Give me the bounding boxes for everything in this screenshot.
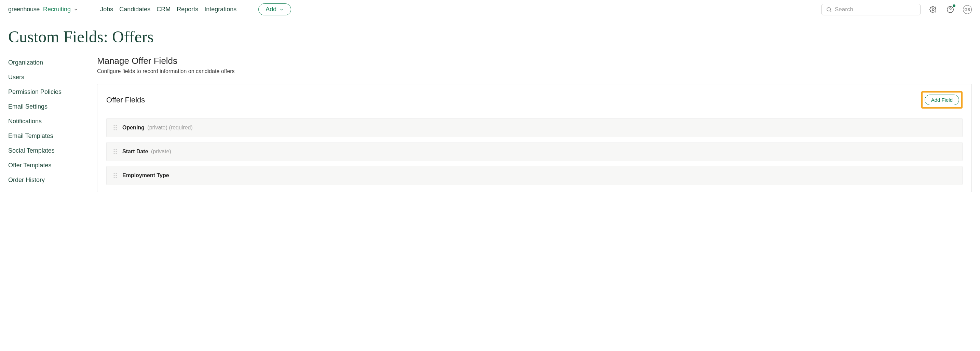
field-name: Start Date bbox=[123, 149, 148, 154]
svg-point-17 bbox=[114, 173, 115, 174]
section-title: Manage Offer Fields bbox=[97, 56, 972, 66]
search-icon bbox=[826, 6, 832, 13]
nav-crm[interactable]: CRM bbox=[156, 6, 170, 13]
add-field-button[interactable]: Add Field bbox=[924, 95, 959, 105]
svg-point-19 bbox=[114, 175, 115, 176]
svg-line-1 bbox=[830, 11, 831, 12]
drag-handle-icon[interactable] bbox=[113, 149, 117, 154]
chevron-down-icon bbox=[279, 7, 284, 12]
field-meta: (private) (required) bbox=[147, 125, 192, 130]
sidebar-item-organization[interactable]: Organization bbox=[8, 59, 90, 66]
svg-point-21 bbox=[114, 177, 115, 178]
highlight-annotation: Add Field bbox=[921, 91, 963, 109]
main-content: Manage Offer Fields Configure fields to … bbox=[97, 56, 972, 192]
field-meta: (private) bbox=[151, 149, 171, 154]
section-subtitle: Configure fields to record information o… bbox=[97, 68, 972, 75]
svg-point-5 bbox=[114, 125, 115, 126]
brand-part1: greenhouse bbox=[8, 6, 40, 13]
add-button-label: Add bbox=[266, 6, 277, 13]
field-row[interactable]: Start Date (private) bbox=[106, 142, 963, 161]
field-name: Employment Type bbox=[123, 172, 169, 178]
panel-header: Offer Fields Add Field bbox=[106, 91, 963, 109]
panel-title: Offer Fields bbox=[106, 95, 145, 105]
svg-point-8 bbox=[116, 127, 117, 129]
drag-handle-icon[interactable] bbox=[113, 173, 117, 178]
nav-reports[interactable]: Reports bbox=[177, 6, 198, 13]
field-name: Opening bbox=[123, 125, 145, 130]
svg-point-18 bbox=[116, 173, 117, 174]
chevron-down-icon bbox=[73, 7, 78, 12]
sidebar-item-email-settings[interactable]: Email Settings bbox=[8, 103, 90, 110]
nav-candidates[interactable]: Candidates bbox=[119, 6, 150, 13]
field-row[interactable]: Employment Type bbox=[106, 166, 963, 185]
sidebar: Organization Users Permission Policies E… bbox=[8, 56, 90, 184]
sidebar-item-notifications[interactable]: Notifications bbox=[8, 118, 90, 125]
field-row[interactable]: Opening (private) (required) bbox=[106, 118, 963, 137]
svg-point-11 bbox=[114, 149, 115, 150]
settings-icon[interactable] bbox=[929, 5, 938, 14]
brand-part2: Recruiting bbox=[43, 6, 71, 13]
svg-point-2 bbox=[932, 8, 934, 11]
svg-point-16 bbox=[116, 153, 117, 154]
svg-point-22 bbox=[116, 177, 117, 178]
notification-dot-icon bbox=[953, 5, 955, 7]
layout: Organization Users Permission Policies E… bbox=[0, 49, 980, 199]
nav-integrations[interactable]: Integrations bbox=[204, 6, 237, 13]
brand-switcher[interactable]: greenhouse Recruiting bbox=[8, 6, 78, 13]
help-icon[interactable] bbox=[946, 5, 955, 14]
nav-links: Jobs Candidates CRM Reports Integrations bbox=[100, 6, 237, 13]
svg-point-9 bbox=[114, 129, 115, 130]
sidebar-item-offer-templates[interactable]: Offer Templates bbox=[8, 162, 90, 169]
sidebar-item-permission-policies[interactable]: Permission Policies bbox=[8, 89, 90, 95]
add-button[interactable]: Add bbox=[258, 3, 291, 15]
avatar[interactable]: GS bbox=[963, 5, 972, 14]
sidebar-item-order-history[interactable]: Order History bbox=[8, 176, 90, 184]
sidebar-item-email-templates[interactable]: Email Templates bbox=[8, 132, 90, 140]
svg-point-13 bbox=[114, 151, 115, 152]
svg-point-3 bbox=[947, 6, 953, 12]
svg-point-15 bbox=[114, 153, 115, 154]
sidebar-item-social-templates[interactable]: Social Templates bbox=[8, 147, 90, 154]
search-box[interactable] bbox=[821, 4, 921, 15]
drag-handle-icon[interactable] bbox=[113, 125, 117, 130]
nav-jobs[interactable]: Jobs bbox=[100, 6, 113, 13]
svg-point-0 bbox=[827, 8, 830, 11]
svg-point-20 bbox=[116, 175, 117, 176]
page-title: Custom Fields: Offers bbox=[0, 19, 980, 49]
svg-point-12 bbox=[116, 149, 117, 150]
svg-point-14 bbox=[116, 151, 117, 152]
top-nav: greenhouse Recruiting Jobs Candidates CR… bbox=[0, 0, 980, 19]
svg-point-6 bbox=[116, 125, 117, 126]
svg-point-7 bbox=[114, 127, 115, 129]
svg-point-10 bbox=[116, 129, 117, 130]
sidebar-item-users[interactable]: Users bbox=[8, 74, 90, 81]
search-input[interactable] bbox=[835, 6, 916, 13]
offer-fields-panel: Offer Fields Add Field Opening (private)… bbox=[97, 84, 972, 192]
